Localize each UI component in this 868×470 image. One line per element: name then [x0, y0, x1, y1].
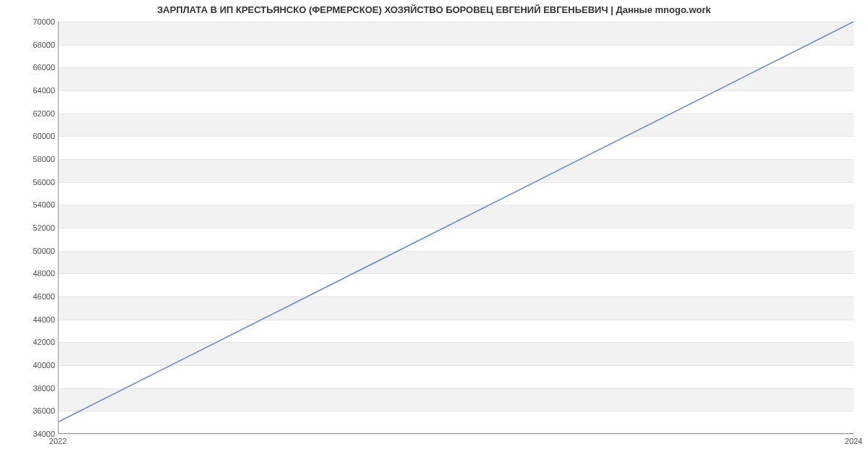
- y-tick-label: 48000: [19, 269, 55, 278]
- y-tick-label: 50000: [19, 247, 55, 255]
- y-tick-label: 52000: [19, 223, 55, 232]
- y-tick-label: 58000: [19, 155, 55, 163]
- x-tick-label: 2024: [845, 437, 862, 445]
- y-tick-label: 70000: [19, 17, 55, 26]
- plot-area: [58, 22, 854, 434]
- y-tick-label: 60000: [19, 132, 55, 140]
- x-tick-label: 2022: [49, 437, 67, 445]
- y-tick-label: 62000: [19, 109, 55, 118]
- y-tick-label: 66000: [19, 63, 55, 72]
- y-tick-label: 40000: [19, 361, 55, 369]
- y-tick-label: 44000: [19, 315, 55, 324]
- line-layer: [59, 22, 854, 433]
- chart-title: ЗАРПЛАТА В ИП КРЕСТЬЯНСКО (ФЕРМЕРСКОЕ) Х…: [0, 4, 868, 15]
- y-tick-label: 42000: [19, 338, 55, 346]
- y-gridline: [59, 434, 854, 435]
- y-tick-label: 36000: [19, 406, 55, 415]
- y-tick-label: 56000: [19, 178, 55, 187]
- y-tick-label: 46000: [19, 292, 55, 301]
- y-tick-label: 64000: [19, 86, 55, 95]
- y-tick-label: 54000: [19, 200, 55, 209]
- salary-line: [59, 22, 854, 422]
- salary-line-chart: ЗАРПЛАТА В ИП КРЕСТЬЯНСКО (ФЕРМЕРСКОЕ) Х…: [0, 0, 868, 470]
- y-tick-label: 38000: [19, 384, 55, 393]
- y-tick-label: 68000: [19, 40, 55, 49]
